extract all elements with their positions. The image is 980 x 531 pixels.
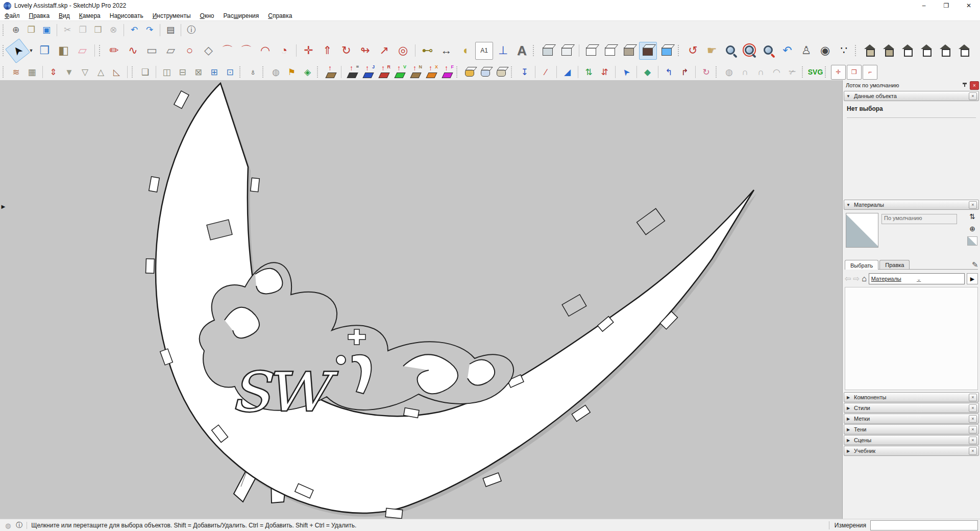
solid-intersect-icon[interactable]: ⊞ bbox=[207, 65, 222, 80]
smoove-icon[interactable]: ⇕ bbox=[46, 65, 61, 80]
walk-icon[interactable]: ∵ bbox=[835, 42, 853, 60]
laser-box-icon[interactable]: ❒ bbox=[847, 65, 862, 80]
updown-green-icon[interactable]: ⇅ bbox=[581, 65, 596, 80]
toolbar-drag-handle[interactable] bbox=[317, 66, 320, 78]
axes-icon[interactable]: ⊥ bbox=[494, 42, 512, 60]
artisan-icon[interactable]: ◈ bbox=[300, 65, 315, 80]
secondary-pane-icon[interactable]: ⇅ bbox=[968, 212, 977, 221]
freehand-icon[interactable]: ∿ bbox=[124, 42, 142, 60]
position-camera-icon[interactable]: ♙ bbox=[797, 42, 815, 60]
style-hidden-line-icon[interactable] bbox=[601, 42, 619, 60]
round-corner-sharp-icon[interactable] bbox=[494, 65, 509, 80]
line-tool-icon[interactable]: ✏ bbox=[105, 42, 123, 60]
tab-edit[interactable]: Правка bbox=[879, 260, 910, 269]
arc-icon[interactable]: ⌒ bbox=[218, 42, 236, 60]
jpp-equal-icon[interactable]: = bbox=[345, 65, 359, 80]
style-shaded-icon[interactable] bbox=[620, 42, 638, 60]
section-tags[interactable]: ▶ Метки × bbox=[844, 414, 979, 424]
style-shaded-textures-icon[interactable] bbox=[639, 42, 657, 60]
section-shadows[interactable]: ▶ Тени × bbox=[844, 424, 979, 435]
save-icon[interactable]: ▣ bbox=[39, 23, 54, 37]
jpp-n-icon[interactable]: N bbox=[408, 65, 423, 80]
rotate-section-icon[interactable]: ↻ bbox=[699, 65, 714, 80]
view-right-icon[interactable] bbox=[918, 42, 936, 60]
entity-info-close-button[interactable]: × bbox=[969, 92, 977, 100]
tape-measure-icon[interactable]: ⊷ bbox=[419, 42, 436, 60]
section-close-button[interactable]: × bbox=[969, 394, 977, 401]
bezier-arch-up-icon[interactable]: ∩ bbox=[738, 65, 752, 80]
delete-icon[interactable]: ⊗ bbox=[106, 23, 120, 37]
select-dropdown-icon[interactable]: ▼ bbox=[28, 42, 35, 60]
redo-icon[interactable]: ↷ bbox=[142, 23, 157, 37]
follow-me-icon[interactable]: ↬ bbox=[356, 42, 374, 60]
stamp-icon[interactable]: ▼ bbox=[62, 65, 77, 80]
section-close-button[interactable]: × bbox=[969, 447, 977, 455]
export-page-icon[interactable]: ↧ bbox=[517, 65, 532, 80]
menu-item-3[interactable]: Камера bbox=[75, 12, 105, 20]
two-point-arc-icon[interactable]: ⌒ bbox=[237, 42, 255, 60]
make-component-icon[interactable]: ❒ bbox=[36, 42, 54, 60]
model-canvas[interactable]: sw ► bbox=[0, 80, 842, 519]
zoom-window-icon[interactable] bbox=[741, 42, 758, 60]
undo-icon[interactable]: ↶ bbox=[127, 23, 141, 37]
scale-icon[interactable]: ↗ bbox=[375, 42, 393, 60]
bezier-scissors-icon[interactable]: ✃ bbox=[785, 65, 800, 80]
menu-item-0[interactable]: Файл bbox=[0, 12, 24, 20]
sandbox-from-contours-icon[interactable]: ≋ bbox=[9, 65, 23, 80]
materials-close-button[interactable]: × bbox=[969, 201, 977, 209]
open-icon[interactable]: ❐ bbox=[24, 23, 38, 37]
jpp-j-icon[interactable]: J bbox=[360, 65, 375, 80]
triangle-tool-icon[interactable]: ◢ bbox=[560, 65, 575, 80]
pan-icon[interactable]: ☛ bbox=[703, 42, 721, 60]
material-name-field[interactable]: По умолчанию bbox=[881, 214, 957, 224]
style-back-edges-icon[interactable] bbox=[558, 42, 576, 60]
details-button[interactable]: ▶ bbox=[967, 273, 978, 284]
style-wireframe-icon[interactable] bbox=[582, 42, 600, 60]
section-scenes[interactable]: ▶ Сцены × bbox=[844, 435, 979, 445]
orbit-icon[interactable]: ↺ bbox=[684, 42, 702, 60]
svg-export-button[interactable]: SVG bbox=[808, 65, 823, 80]
hourglass-icon[interactable]: ◆ bbox=[640, 65, 655, 80]
sandbox-from-scratch-icon[interactable]: ▦ bbox=[24, 65, 39, 80]
menu-item-5[interactable]: Инструменты bbox=[148, 12, 195, 20]
pie-icon[interactable]: ◔ bbox=[275, 42, 293, 60]
print-icon[interactable]: ▤ bbox=[163, 23, 178, 37]
menu-item-2[interactable]: Вид bbox=[54, 12, 75, 20]
rotate-icon[interactable]: ↻ bbox=[337, 42, 355, 60]
rock-icon[interactable]: ◍ bbox=[268, 65, 283, 80]
toolbar-drag-handle[interactable] bbox=[855, 45, 858, 56]
toolbar-drag-handle[interactable] bbox=[99, 45, 102, 56]
section-components[interactable]: ▶ Компоненты × bbox=[844, 392, 979, 402]
curve-redo-icon[interactable]: ↱ bbox=[677, 65, 692, 80]
cut-icon[interactable]: ✂ bbox=[60, 23, 75, 37]
bezier-arc-icon[interactable]: ◠ bbox=[769, 65, 784, 80]
zoom-extents-icon[interactable] bbox=[760, 42, 777, 60]
select-tool[interactable]: ➤ bbox=[5, 38, 30, 63]
section-instructor[interactable]: ▶ Учебник × bbox=[844, 446, 979, 456]
tray-collapse-arrow[interactable]: ► bbox=[0, 203, 7, 210]
section-styles[interactable]: ▶ Стили × bbox=[844, 403, 979, 413]
toolbar-drag-handle[interactable] bbox=[3, 25, 6, 36]
menu-item-7[interactable]: Расширения bbox=[218, 12, 263, 20]
laser-path-icon[interactable]: ⌐ bbox=[863, 65, 877, 80]
round-corner-bevel-icon[interactable] bbox=[478, 65, 493, 80]
view-front-icon[interactable] bbox=[899, 42, 917, 60]
cursor-select-blue-icon[interactable]: ➤ bbox=[616, 62, 636, 83]
create-material-icon[interactable]: ⊕ bbox=[968, 224, 977, 233]
sample-paint-eyedropper-icon[interactable]: ✐ bbox=[970, 261, 979, 268]
back-arrow-icon[interactable]: ⇦ bbox=[845, 274, 851, 283]
add-location-icon[interactable]: ♁ bbox=[246, 65, 260, 80]
circle-icon[interactable]: ○ bbox=[181, 42, 199, 60]
menu-item-4[interactable]: Нарисовать bbox=[105, 12, 148, 20]
drape-icon[interactable]: ▽ bbox=[78, 65, 92, 80]
bezier-circle-icon[interactable]: ◍ bbox=[722, 65, 737, 80]
solid-union-icon[interactable]: ◫ bbox=[159, 65, 174, 80]
look-around-icon[interactable]: ◉ bbox=[816, 42, 834, 60]
eraser-icon[interactable]: ▱ bbox=[74, 42, 91, 60]
toolbar-drag-handle[interactable] bbox=[132, 66, 135, 78]
zoom-icon[interactable] bbox=[722, 42, 740, 60]
materials-header[interactable]: ▼ Материалы × bbox=[844, 200, 979, 210]
toolbar-drag-handle[interactable] bbox=[456, 66, 459, 78]
new-icon[interactable]: ⊕ bbox=[9, 23, 23, 37]
toolbar-drag-handle[interactable] bbox=[716, 66, 719, 78]
